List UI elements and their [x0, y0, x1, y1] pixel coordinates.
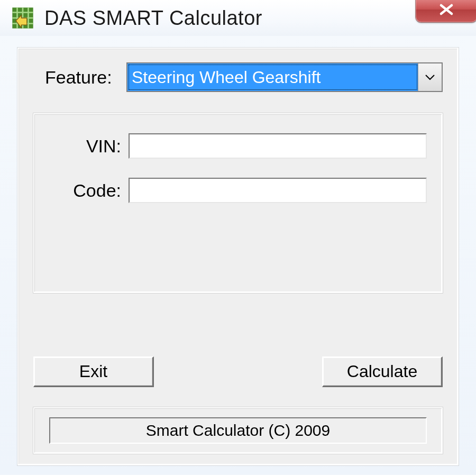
- vin-label: VIN:: [49, 136, 129, 157]
- calculate-button[interactable]: Calculate: [322, 356, 443, 387]
- exit-button[interactable]: Exit: [33, 356, 154, 387]
- vin-row: VIN:: [49, 133, 427, 159]
- status-text: Smart Calculator (C) 2009: [49, 417, 427, 444]
- code-input[interactable]: [129, 178, 427, 203]
- window: DAS SMART Calculator Feature: Steering W…: [0, 0, 476, 476]
- vin-input[interactable]: [129, 133, 427, 159]
- code-row: Code:: [49, 178, 427, 203]
- feature-combobox[interactable]: Steering Wheel Gearshift: [126, 62, 443, 92]
- title-bar: DAS SMART Calculator: [0, 0, 476, 36]
- button-row: Exit Calculate: [33, 356, 443, 387]
- close-button[interactable]: [416, 0, 476, 22]
- status-panel: Smart Calculator (C) 2009: [33, 407, 443, 454]
- feature-selected: Steering Wheel Gearshift: [127, 63, 418, 91]
- code-label: Code:: [49, 180, 129, 201]
- input-group: VIN: Code:: [33, 113, 443, 293]
- client-area: Feature: Steering Wheel Gearshift VIN:: [0, 36, 476, 475]
- main-panel: Feature: Steering Wheel Gearshift VIN:: [17, 48, 459, 465]
- app-icon: [12, 7, 34, 29]
- feature-label: Feature:: [33, 67, 126, 88]
- chevron-down-icon: [418, 63, 442, 91]
- window-title: DAS SMART Calculator: [44, 7, 262, 30]
- feature-row: Feature: Steering Wheel Gearshift: [33, 62, 443, 92]
- close-icon: [438, 3, 455, 16]
